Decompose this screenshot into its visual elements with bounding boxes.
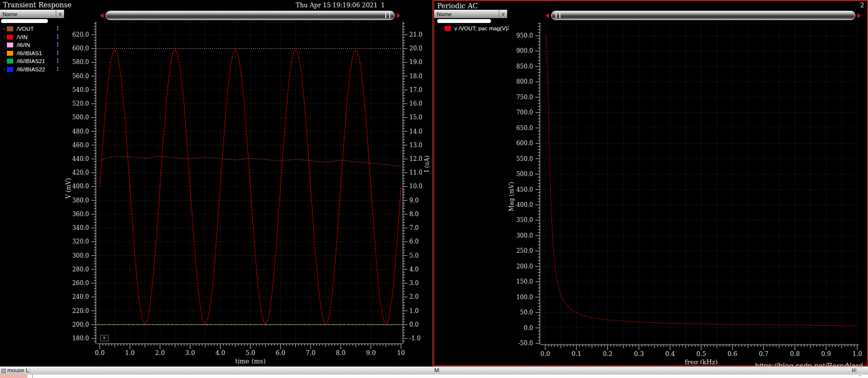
svg-text:9.0: 9.0 (409, 197, 419, 204)
signal-row[interactable]: /VIN (0, 33, 64, 42)
mouse-middle-binding: M: (434, 367, 441, 373)
name-column-scrollbar[interactable] (437, 19, 491, 23)
svg-text:800.0: 800.0 (516, 78, 533, 85)
window-title: Transient Response (3, 1, 71, 9)
signal-label: /I6/IBIAS21 (17, 58, 45, 64)
svg-text:2.0: 2.0 (155, 349, 165, 356)
svg-text:400.0: 400.0 (516, 201, 533, 208)
svg-text:5.0: 5.0 (245, 349, 255, 356)
svg-text:0.5: 0.5 (696, 350, 706, 357)
signal-row[interactable]: /VOUT (0, 25, 64, 33)
scrollbar-grip[interactable] (385, 13, 390, 18)
bottom-strip (0, 375, 868, 378)
svg-text:900.0: 900.0 (516, 47, 533, 54)
horizontal-scrollbar[interactable] (545, 11, 861, 20)
svg-text:0.1: 0.1 (572, 350, 581, 357)
svg-text:200.0: 200.0 (516, 263, 533, 270)
svg-text:380.0: 380.0 (72, 197, 89, 204)
svg-text:17.0: 17.0 (409, 87, 423, 93)
svg-text:I (uA): I (uA) (423, 156, 430, 172)
chevron-down-icon[interactable]: ∨ (499, 10, 507, 18)
scroll-left-arrow-icon[interactable] (100, 13, 104, 18)
signal-color-swatch (7, 26, 13, 31)
scroll-right-arrow-icon[interactable] (857, 13, 861, 18)
svg-text:0.4: 0.4 (665, 350, 675, 357)
signal-label: /VOUT (17, 26, 34, 32)
svg-text:13.0: 13.0 (409, 142, 423, 149)
tree-branch-icon (3, 29, 5, 29)
svg-text:180.0: 180.0 (72, 335, 89, 342)
signal-list: v /VOUT; pac mag(V) (434, 24, 507, 33)
name-column-scrollbar[interactable] (1, 19, 48, 23)
svg-text:19.0: 19.0 (409, 59, 423, 66)
mouse-left-binding: mouse L: (7, 367, 30, 373)
signal-label: /I6/IBIAS1 (17, 50, 42, 56)
chevron-down-icon[interactable]: ∨ (56, 10, 64, 18)
scrollbar-track[interactable] (551, 11, 855, 20)
svg-text:520.0: 520.0 (72, 100, 89, 107)
svg-text:3.0: 3.0 (409, 280, 419, 287)
transient-plot-canvas[interactable]: 180.0200.0220.0240.0260.0280.0300.0320.0… (65, 0, 432, 366)
plot-marker-box[interactable]: k (100, 335, 109, 341)
signal-label: v /VOUT; pac mag(V) (454, 25, 508, 31)
svg-text:20.0: 20.0 (409, 45, 423, 52)
scroll-left-arrow-icon[interactable] (545, 13, 549, 18)
svg-text:0.8: 0.8 (790, 350, 800, 357)
window-title: Periodic AC (437, 2, 478, 10)
svg-text:12.0: 12.0 (409, 156, 423, 162)
svg-text:540.0: 540.0 (72, 87, 89, 93)
signal-axis-marker (57, 35, 58, 40)
signal-row[interactable]: /I6/IBIAS21 (0, 57, 64, 66)
signal-axis-marker (57, 51, 58, 56)
svg-text:580.0: 580.0 (72, 59, 89, 66)
svg-text:240.0: 240.0 (72, 293, 89, 300)
svg-text:560.0: 560.0 (72, 73, 89, 80)
tree-branch-icon (3, 53, 5, 53)
svg-text:600.0: 600.0 (516, 140, 533, 147)
signal-row[interactable]: /I6/IBIAS1 (0, 49, 64, 58)
svg-text:1.0: 1.0 (409, 308, 419, 314)
signal-label: /VIN (17, 34, 27, 40)
svg-text:400.0: 400.0 (72, 183, 89, 190)
svg-text:6.0: 6.0 (409, 238, 419, 245)
window-number: 2 (860, 1, 864, 9)
svg-text:0.7: 0.7 (759, 350, 769, 357)
svg-text:2.0: 2.0 (409, 293, 419, 300)
svg-text:11.0: 11.0 (409, 169, 423, 176)
signal-color-swatch (7, 35, 13, 40)
svg-text:16.0: 16.0 (409, 100, 423, 107)
svg-text:0.3: 0.3 (634, 350, 644, 357)
window-number: 1 (381, 1, 385, 9)
svg-text:360.0: 360.0 (72, 211, 89, 218)
tree-branch-icon (3, 69, 5, 69)
scrollbar-track[interactable] (106, 11, 395, 20)
signal-axis-marker (57, 26, 58, 31)
signal-color-swatch (7, 59, 13, 64)
status-square-icon (1, 369, 6, 373)
svg-text:Mag (mV): Mag (mV) (509, 182, 515, 211)
svg-text:260.0: 260.0 (72, 280, 89, 287)
signal-label: /I6/IN (17, 42, 30, 48)
svg-text:-50.0: -50.0 (518, 340, 533, 347)
signal-row[interactable]: /I6/IN (0, 41, 64, 49)
signal-color-swatch (7, 43, 13, 47)
signal-row[interactable]: /I6/IBIAS22 (0, 66, 64, 74)
signal-axis-marker (508, 26, 509, 31)
tree-branch-icon (3, 61, 5, 62)
svg-text:14.0: 14.0 (409, 128, 423, 135)
scrollbar-grip[interactable] (556, 13, 560, 18)
periodic-ac-window: Periodic AC 2 Name ∨ v /VOUT; pac mag(V)… (433, 0, 868, 366)
svg-text:0.0: 0.0 (95, 349, 105, 356)
svg-text:9.0: 9.0 (366, 349, 376, 356)
svg-text:750.0: 750.0 (516, 94, 533, 101)
svg-text:500.0: 500.0 (72, 114, 89, 121)
svg-text:10: 10 (397, 349, 405, 356)
signal-axis-marker (57, 67, 58, 72)
pac-plot-canvas[interactable]: -50.00.050.0100.0150.0200.0250.0300.0350… (509, 1, 866, 364)
signal-row[interactable]: v /VOUT; pac mag(V) (434, 24, 507, 33)
scroll-right-arrow-icon[interactable] (397, 13, 401, 18)
horizontal-scrollbar[interactable] (100, 11, 401, 20)
watermark-text: https://blog.csdn.net/BerryNard (755, 362, 863, 371)
svg-text:8.0: 8.0 (336, 349, 346, 356)
svg-text:freq (kHz): freq (kHz) (685, 358, 717, 364)
